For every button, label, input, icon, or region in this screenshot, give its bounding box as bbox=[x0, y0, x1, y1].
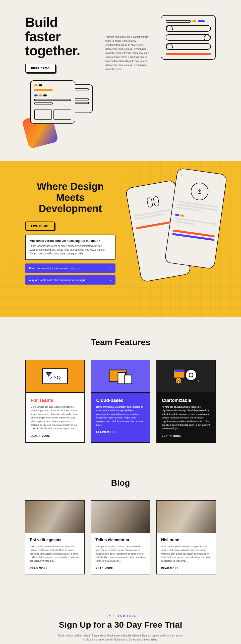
accordion-label: Etiam consectetur justo quis est rhoncus bbox=[29, 267, 79, 270]
expand-icon: ⌄ bbox=[109, 266, 111, 270]
feature-desc: Nemo enim ipsam voluptatem quia voluptas… bbox=[96, 405, 145, 427]
phones-illustration: ‹♨ ‹♨ bbox=[126, 181, 216, 287]
back-icon: ‹ bbox=[180, 172, 182, 176]
svg-marker-11 bbox=[197, 379, 199, 382]
hero-title: Build faster together. bbox=[25, 15, 95, 58]
learn-more-link[interactable]: LEARN MORE bbox=[162, 435, 210, 437]
feature-title: Customizable bbox=[162, 398, 210, 403]
faq-answer: Etiam tortor ipsum lorem sit amet, conse… bbox=[30, 244, 111, 255]
trial-tag: TRY IT FOR FREE bbox=[25, 615, 216, 617]
feature-desc: At vero eos et accusamus et iusto odio d… bbox=[162, 405, 210, 431]
yellow-section: Where Design Meets Development LIVE DEMO… bbox=[0, 161, 241, 317]
learn-more-link[interactable]: LEARN MORE bbox=[96, 431, 145, 434]
live-demo-button[interactable]: LIVE DEMO bbox=[25, 222, 55, 231]
svg-point-8 bbox=[186, 369, 197, 381]
blog-card[interactable]: Tellus elementum Nulla porttitor pretium… bbox=[91, 500, 150, 574]
read-more-link[interactable]: READ MORE bbox=[30, 567, 80, 570]
trial-section: TRY IT FOR FREE Sign Up for a 30 Day Fre… bbox=[0, 600, 241, 644]
blog-post-title: Nisl nunc bbox=[161, 538, 211, 542]
accordion-item-2[interactable]: Aliquam vestibulum placerat mauris ac co… bbox=[25, 275, 115, 285]
blog-section: Blog Est velit egestas Nulla porttitor p… bbox=[0, 463, 241, 600]
blog-post-excerpt: Nulla porttitor pretium blandit. Suspend… bbox=[95, 545, 145, 563]
blog-card[interactable]: Est velit egestas Nulla porttitor pretiu… bbox=[25, 500, 85, 574]
blog-image bbox=[25, 501, 84, 533]
blog-post-excerpt: Nulla porttitor pretium blandit. Suspend… bbox=[161, 545, 211, 563]
read-more-link[interactable]: READ MORE bbox=[161, 567, 211, 570]
features-heading: Team Features bbox=[25, 337, 216, 347]
blog-heading: Blog bbox=[25, 478, 216, 488]
feature-title: For Teams bbox=[31, 398, 79, 403]
hero-wireframe-card bbox=[161, 15, 216, 60]
flame-icon: ♨ bbox=[219, 178, 223, 182]
features-section: Team Features For Teams Morbi tempor non… bbox=[0, 317, 241, 463]
feature-desc: Morbi tempor non odio ullamcorper lobort… bbox=[31, 405, 79, 431]
svg-rect-5 bbox=[124, 375, 132, 384]
trial-desc: Nulla porttitor pretium blandit. Suspend… bbox=[58, 634, 183, 642]
yellow-title: Where Design Meets Development bbox=[25, 181, 115, 214]
blog-image bbox=[91, 501, 150, 533]
blog-post-title: Est velit egestas bbox=[30, 538, 80, 542]
feature-card-cloud: Cloud-based Nemo enim ipsam voluptatem q… bbox=[91, 360, 150, 443]
blog-card[interactable]: Nisl nunc Nulla porttitor pretium blandi… bbox=[156, 500, 216, 574]
hero-illustration bbox=[25, 80, 95, 151]
svg-rect-0 bbox=[42, 369, 68, 384]
accordion-item-1[interactable]: Etiam consectetur justo quis est rhoncus… bbox=[25, 263, 115, 273]
faq-question: Maecenas varius ante vel nulla sagittis … bbox=[30, 239, 111, 243]
feature-card-custom: Customizable At vero eos et accusamus et… bbox=[156, 360, 216, 443]
feature-title: Cloud-based bbox=[96, 398, 145, 403]
free-demo-button[interactable]: FREE DEMO bbox=[25, 64, 56, 73]
accordion-label: Aliquam vestibulum placerat mauris ac co… bbox=[29, 279, 86, 282]
flame-icon: ♨ bbox=[168, 184, 172, 189]
blog-post-excerpt: Nulla porttitor pretium blandit. Suspend… bbox=[30, 545, 80, 563]
faq-open: Maecenas varius ante vel nulla sagittis … bbox=[25, 235, 115, 260]
back-icon: ‹ bbox=[130, 191, 132, 196]
trial-title: Sign Up for a 30 Day Free Trial bbox=[25, 620, 216, 630]
upload-icon bbox=[190, 182, 210, 201]
expand-icon: ⌄ bbox=[109, 278, 111, 282]
svg-rect-7 bbox=[174, 370, 184, 372]
blog-post-title: Tellus elementum bbox=[95, 538, 145, 542]
hero-section: Build faster together. FREE DEMO bbox=[0, 0, 241, 161]
learn-more-link[interactable]: LEARN MORE bbox=[31, 435, 79, 437]
read-more-link[interactable]: READ MORE bbox=[95, 567, 145, 570]
hero-description: Cravida commodo, risus sapien varius tor… bbox=[105, 15, 151, 151]
blog-image bbox=[157, 501, 216, 533]
feature-card-teams: For Teams Morbi tempor non odio ullamcor… bbox=[25, 360, 85, 443]
